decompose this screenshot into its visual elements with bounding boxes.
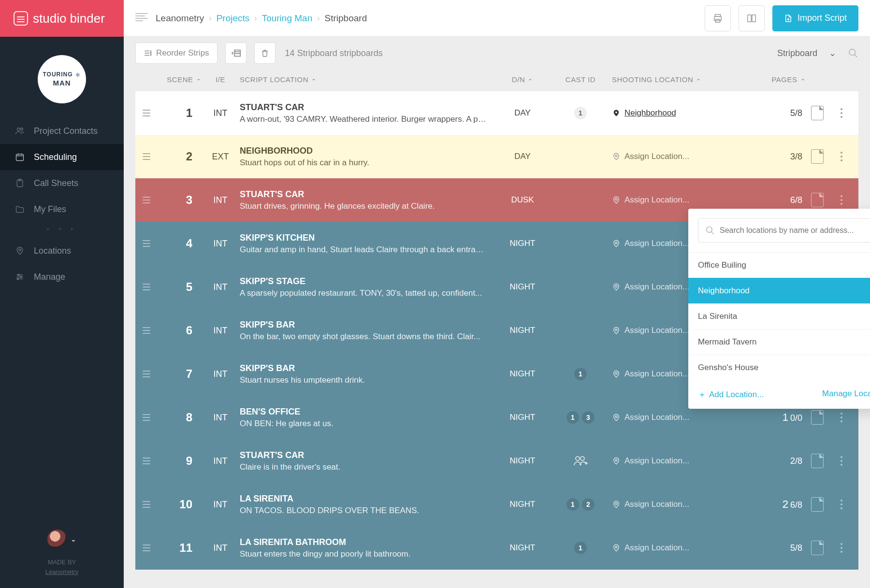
drag-handle-icon[interactable] [135, 284, 158, 290]
svg-point-8 [19, 249, 21, 251]
compare-button[interactable] [739, 5, 765, 31]
column-ie[interactable]: I/E [201, 75, 240, 84]
column-dn[interactable]: D/N [496, 75, 549, 84]
drag-handle-icon[interactable] [135, 197, 158, 203]
row-menu-button[interactable] [841, 152, 842, 161]
drag-handle-icon[interactable] [135, 458, 158, 464]
assign-location-button[interactable]: Assign Location... [612, 195, 733, 205]
drag-handle-icon[interactable] [135, 371, 158, 377]
column-shooting-location[interactable]: SHOOTING LOCATION [612, 75, 733, 84]
table-row[interactable]: 10INTLA SIRENITAON TACOS. BLOOD DRIPS OV… [135, 483, 858, 526]
row-menu-button[interactable] [841, 456, 842, 466]
table-row[interactable]: 2EXTNEIGHBORHOODStuart hops out of his c… [135, 135, 858, 178]
shooting-location-cell[interactable]: Neighborhood [612, 108, 733, 118]
add-location-link[interactable]: ＋ Add Location... [698, 389, 764, 400]
location-option[interactable]: Office Builing [688, 252, 870, 278]
column-cast-id[interactable]: CAST ID [549, 75, 612, 84]
sidebar-item-call-sheets[interactable]: Call Sheets [0, 170, 124, 196]
drag-handle-icon[interactable] [135, 501, 158, 508]
cast-cell: 1 [549, 542, 612, 554]
location-option[interactable]: La Sirenita [688, 303, 870, 329]
pin-icon [612, 238, 621, 249]
column-script-location[interactable]: SCRIPT LOCATION [240, 75, 496, 84]
delete-strip-button[interactable] [254, 43, 276, 64]
drag-handle-icon[interactable] [135, 240, 158, 247]
drag-handle-icon[interactable] [135, 545, 158, 551]
cast-cell: 12 [549, 498, 612, 511]
note-icon[interactable] [811, 106, 824, 120]
sidebar-item-scheduling[interactable]: Scheduling [0, 144, 124, 170]
pages-cell: 26/8 [733, 498, 805, 511]
row-menu-button[interactable] [841, 413, 842, 422]
breadcrumb-project[interactable]: Touring Man [262, 13, 313, 24]
column-pages[interactable]: PAGES [733, 75, 805, 84]
made-by-link[interactable]: Leanometry [45, 568, 79, 575]
view-selector[interactable]: Stripboard ⌄ [777, 48, 840, 58]
location-option[interactable]: Neighborhood [688, 278, 870, 303]
location-option[interactable]: Gensho's House [688, 355, 870, 380]
svg-rect-2 [16, 154, 24, 160]
breadcrumb-projects[interactable]: Projects [217, 13, 250, 24]
dn-cell: DAY [496, 152, 549, 161]
breadcrumb-org[interactable]: Leanometry [156, 13, 204, 24]
assign-location-button[interactable]: Assign Location... [612, 543, 733, 553]
assign-location-button[interactable]: Assign Location... [612, 412, 733, 423]
user-menu[interactable]: ⌄ [47, 530, 76, 549]
brand-bar[interactable]: studio binder [0, 0, 124, 37]
sort-caret-icon [528, 75, 533, 84]
chevron-right-icon: › [254, 14, 257, 23]
sidebar-item-my-files[interactable]: My Files [0, 196, 124, 222]
sidebar-toggle-icon[interactable] [135, 13, 148, 24]
import-script-button[interactable]: Import Script [772, 5, 858, 31]
scene-number: 3 [158, 193, 201, 207]
script-location-cell: SKIPP'S BARStuart nurses his umpteenth d… [240, 363, 496, 385]
svg-point-33 [576, 457, 580, 460]
pages-cell: 3/8 [733, 152, 805, 162]
assign-location-button[interactable]: Assign Location... [612, 456, 733, 466]
svg-point-28 [615, 242, 617, 244]
row-menu-button[interactable] [841, 543, 842, 553]
print-button[interactable] [705, 5, 731, 31]
drag-handle-icon[interactable] [135, 414, 158, 421]
pin-icon [612, 412, 621, 423]
row-menu-button[interactable] [841, 195, 842, 205]
assign-location-button[interactable]: Assign Location... [612, 151, 733, 162]
cast-badge: 1 [574, 368, 587, 380]
note-icon[interactable] [811, 454, 824, 468]
script-location-cell: SKIPP'S BAROn the bar, two empty shot gl… [240, 320, 496, 342]
sidebar-item-locations[interactable]: Locations [0, 238, 124, 264]
pin-icon [612, 151, 621, 162]
note-icon[interactable] [811, 149, 824, 164]
sidebar-item-manage[interactable]: Manage [0, 264, 124, 290]
sidebar-item-project-contacts[interactable]: Project Contacts [0, 118, 124, 144]
drag-handle-icon[interactable] [135, 110, 158, 116]
table-row[interactable]: 9INTSTUART'S CARClaire is in the driver'… [135, 439, 858, 483]
search-icon[interactable] [848, 48, 858, 58]
assign-location-button[interactable]: Assign Location... [612, 499, 733, 510]
note-icon[interactable] [811, 497, 824, 512]
row-menu-button[interactable] [841, 108, 842, 118]
column-scene[interactable]: SCENE [158, 75, 201, 84]
drag-handle-icon[interactable] [135, 327, 158, 334]
location-search-input-wrap[interactable] [698, 218, 870, 243]
row-menu-button[interactable] [841, 500, 842, 509]
manage-locations-link[interactable]: Manage Locations [822, 389, 870, 400]
sort-caret-icon [800, 75, 806, 84]
note-icon[interactable] [811, 193, 824, 207]
ie-cell: INT [201, 195, 240, 205]
location-search-input[interactable] [720, 226, 870, 235]
note-icon[interactable] [811, 541, 824, 555]
svg-point-1 [21, 128, 23, 130]
sidebar-item-label: Call Sheets [34, 178, 78, 188]
breadcrumb: Leanometry › Projects › Touring Man › St… [156, 13, 367, 24]
svg-line-41 [711, 232, 714, 234]
note-icon[interactable] [811, 410, 824, 425]
location-option[interactable]: Mermaid Tavern [688, 329, 870, 355]
table-row[interactable]: 1INTSTUART'S CARA worn-out, '93 CAMRY. W… [135, 91, 858, 135]
drag-handle-icon[interactable] [135, 153, 158, 160]
reorder-strips-button[interactable]: Reorder Strips [135, 43, 218, 64]
table-header: SCENE I/E SCRIPT LOCATION D/N CAST ID SH… [135, 70, 858, 91]
project-avatar[interactable]: TOURING ✶ MAN [38, 55, 86, 103]
add-strip-button[interactable] [225, 43, 246, 64]
table-row[interactable]: 11INTLA SIRENITA BATHROOMStuart enters t… [135, 526, 858, 570]
